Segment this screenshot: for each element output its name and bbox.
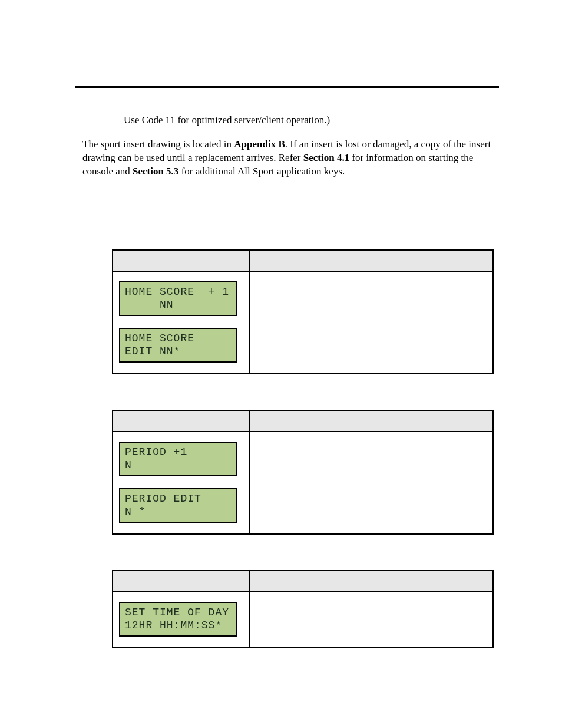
content-area: Use Code 11 for optimized server/client …	[82, 114, 499, 648]
table-header-right	[249, 571, 493, 592]
lcd-table-2: PERIOD +1 N PERIOD EDIT N *	[112, 410, 494, 535]
body-paragraph: The sport insert drawing is located in A…	[82, 138, 499, 179]
table-header-right	[249, 410, 493, 431]
table-header-left	[113, 410, 249, 431]
lcd-display: HOME SCORE + 1 NN	[119, 281, 237, 316]
para-text: The sport insert drawing is located in	[82, 139, 234, 150]
table-row: HOME SCORE + 1 NN HOME SCORE EDIT NN*	[113, 271, 493, 374]
lcd-display: SET TIME OF DAY 12HR HH:MM:SS*	[119, 602, 237, 637]
description-cell	[249, 271, 493, 374]
lcd-table-3: SET TIME OF DAY 12HR HH:MM:SS*	[112, 570, 494, 648]
top-rule	[75, 86, 499, 88]
section-ref-41: Section 4.1	[303, 152, 349, 163]
description-cell	[249, 431, 493, 534]
intro-line: Use Code 11 for optimized server/client …	[124, 114, 499, 127]
table-header-left	[113, 571, 249, 592]
para-text: for additional All Sport application key…	[178, 166, 345, 177]
lcd-display: PERIOD EDIT N *	[119, 488, 237, 523]
table-row: SET TIME OF DAY 12HR HH:MM:SS*	[113, 592, 493, 648]
lcd-display: PERIOD +1 N	[119, 442, 237, 476]
lcd-cell: SET TIME OF DAY 12HR HH:MM:SS*	[113, 592, 249, 648]
tables-container: HOME SCORE + 1 NN HOME SCORE EDIT NN*	[112, 249, 493, 648]
section-ref-53: Section 5.3	[133, 166, 178, 177]
lcd-display: HOME SCORE EDIT NN*	[119, 328, 237, 363]
description-cell	[249, 592, 493, 648]
table-header-left	[113, 250, 249, 271]
bottom-rule	[75, 681, 499, 681]
table-row: PERIOD +1 N PERIOD EDIT N *	[113, 431, 493, 534]
lcd-cell: HOME SCORE + 1 NN HOME SCORE EDIT NN*	[113, 271, 249, 374]
lcd-cell: PERIOD +1 N PERIOD EDIT N *	[113, 431, 249, 534]
page: Use Code 11 for optimized server/client …	[0, 0, 562, 728]
appendix-ref: Appendix B	[234, 139, 285, 150]
table-header-right	[249, 250, 493, 271]
lcd-table-1: HOME SCORE + 1 NN HOME SCORE EDIT NN*	[112, 249, 494, 374]
